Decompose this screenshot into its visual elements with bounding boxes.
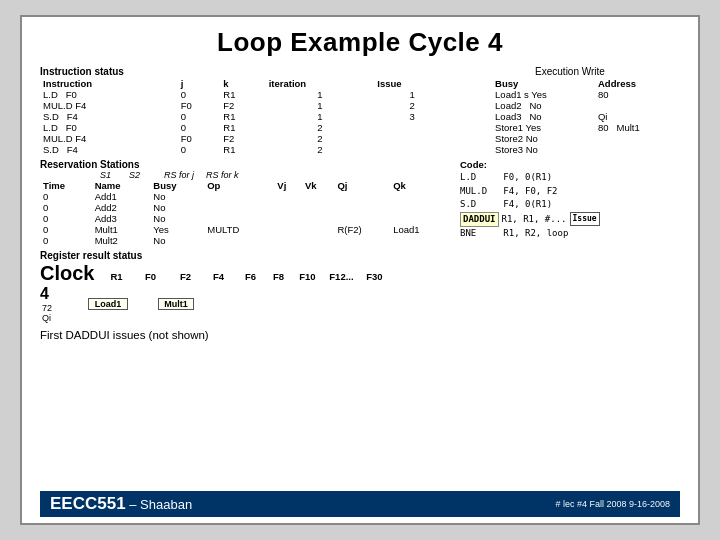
- code-line-muld: MUL.D F4, F0, F2: [460, 185, 680, 199]
- table-row: S.D F4 0 R1 1 3: [40, 111, 450, 122]
- reservation-stations-label: Reservation Stations: [40, 159, 139, 170]
- reg-col-f4: F4: [200, 271, 236, 282]
- table-row: L.D F0 0 R1 2: [40, 122, 450, 133]
- exec-table: Busy Address Load1 s Yes80 Load2 No Load…: [460, 78, 680, 155]
- table-row: Store2 No: [460, 133, 680, 144]
- daddui-args: R1, R1, #...: [502, 213, 567, 227]
- issue-box: Issue: [570, 212, 600, 226]
- reg-col-f2: F2: [170, 271, 200, 282]
- rs-s2-label: S2: [129, 170, 140, 180]
- reg-val-f0: Load1: [88, 298, 128, 310]
- table-row: Load3 NoQi: [460, 111, 680, 122]
- code-block: L.D F0, 0(R1) MUL.D F4, F0, F2 S.D F4, 0…: [460, 171, 680, 241]
- instruction-table: Instruction j k iteration Issue L.D F0 0…: [40, 78, 450, 155]
- write-label: Write: [582, 66, 605, 77]
- code-line-bne: BNE R1, R2, loop: [460, 227, 680, 241]
- table-row: MUL.D F4 F0 F2 1 2: [40, 100, 450, 111]
- footer-brand: EECC551 – Shaaban: [50, 494, 192, 514]
- rs-table: Time Name Busy Op Vj Vk Qj Qk 0Add1No 0A…: [40, 180, 450, 246]
- footer-bar: EECC551 – Shaaban # lec #4 Fall 2008 9-1…: [40, 491, 680, 517]
- clock-label: Clock: [40, 262, 94, 285]
- table-row: Store3 No: [460, 144, 680, 155]
- register-result-label: Register result status: [40, 250, 450, 261]
- table-row: 0Add1No: [40, 191, 450, 202]
- table-row: L.D F0 0 R1 1 1: [40, 89, 450, 100]
- reg-col-f30: F30: [360, 271, 388, 282]
- qi-label: Qi: [42, 313, 51, 323]
- slide: Loop Example Cycle 4 Instruction status …: [20, 15, 700, 525]
- table-row: Load2 No: [460, 100, 680, 111]
- instruction-status-label: Instruction status: [40, 66, 450, 77]
- code-label: Code:: [460, 159, 680, 170]
- col-k: k: [220, 78, 265, 89]
- table-row: 0Add3No: [40, 213, 450, 224]
- table-row: Load1 s Yes80: [460, 89, 680, 100]
- rs-for-k-label: RS for k: [206, 170, 239, 180]
- code-line-ld: L.D F0, 0(R1): [460, 171, 680, 185]
- rs-for-j-label: RS for j: [164, 170, 194, 180]
- rs-s1-label: S1: [100, 170, 111, 180]
- col-issue: Issue: [374, 78, 450, 89]
- code-line-daddui: DADDUI R1, R1, #... Issue: [460, 212, 680, 228]
- col-j: j: [178, 78, 221, 89]
- table-row: 0Mult1YesMULTDR(F2)Load1: [40, 224, 450, 235]
- exec-label: Execution: [535, 66, 579, 77]
- col-instruction: Instruction: [40, 78, 178, 89]
- brand-subtitle: – Shaaban: [126, 497, 193, 512]
- reg-col-r1: R1: [102, 271, 130, 282]
- clock-value: 4: [40, 285, 49, 303]
- daddui-highlight: DADDUI: [460, 212, 499, 228]
- reg-col-f6: F6: [236, 271, 264, 282]
- reg-col-f12: F12...: [322, 271, 360, 282]
- reg-col-f10: F10: [292, 271, 322, 282]
- brand-name: EECC: [50, 494, 97, 513]
- exec-write-header: Execution Write: [460, 66, 680, 77]
- table-row: S.D F4 0 R1 2: [40, 144, 450, 155]
- footer-meta: # lec #4 Fall 2008 9-16-2008: [555, 499, 670, 509]
- clock-sub: 72: [42, 303, 52, 313]
- table-row: MUL.D F4 F0 F2 2: [40, 133, 450, 144]
- table-row: Store1 Yes80 Mult1: [460, 122, 680, 133]
- reg-col-f0: F0: [130, 271, 170, 282]
- reg-col-f8: F8: [264, 271, 292, 282]
- table-row: 0Add2No: [40, 202, 450, 213]
- reg-val-f4: Mult1: [158, 298, 194, 310]
- brand-num: 551: [97, 494, 125, 513]
- slide-title: Loop Example Cycle 4: [40, 27, 680, 58]
- code-line-sd: S.D F4, 0(R1): [460, 198, 680, 212]
- table-row: 0Mult2No: [40, 235, 450, 246]
- col-iteration: iteration: [266, 78, 375, 89]
- first-daddui-text: First DADDUI issues (not shown): [40, 329, 450, 341]
